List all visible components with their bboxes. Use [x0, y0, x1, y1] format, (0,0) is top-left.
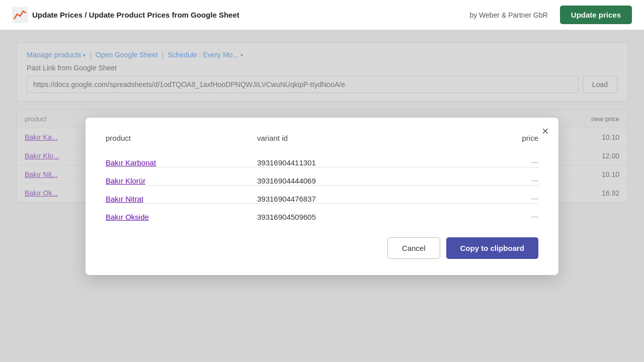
header: Update Prices / Update Product Prices fr… [0, 0, 644, 30]
modal-row-3: Bakır Nitrat 39316904476837 --- [106, 185, 538, 203]
header-left: Update Prices / Update Product Prices fr… [12, 7, 239, 23]
modal-row-4: Bakır Okside 39316904509605 --- [106, 203, 538, 221]
modal-dialog: × product variant id price Bakır Karbona… [86, 118, 558, 275]
breadcrumb: Update Prices / Update Product Prices fr… [32, 11, 239, 19]
modal-product-1: Bakır Karbonat [106, 150, 257, 167]
modal-product-2: Bakır Klorür [106, 167, 257, 185]
update-prices-button[interactable]: Update prices [560, 6, 632, 24]
by-label: by Weber & Partner GbR [469, 11, 547, 19]
modal-table: product variant id price Bakır Karbonat … [106, 134, 538, 221]
modal-variant-2: 39316904444069 [257, 167, 473, 185]
modal-col-variant-header: variant id [257, 134, 473, 150]
copy-to-clipboard-button[interactable]: Copy to clipboard [446, 237, 539, 259]
modal-product-link-3[interactable]: Bakır Nitrat [106, 195, 143, 203]
cancel-button[interactable]: Cancel [387, 237, 440, 259]
modal-product-4: Bakır Okside [106, 203, 257, 221]
modal-row-1: Bakır Karbonat 39316904411301 --- [106, 150, 538, 167]
modal-row-2: Bakır Klorür 39316904444069 --- [106, 167, 538, 185]
header-actions: by Weber & Partner GbR Update prices [469, 6, 632, 24]
modal-variant-4: 39316904509605 [257, 203, 473, 221]
modal-variant-3: 39316904476837 [257, 185, 473, 203]
modal-product-3: Bakır Nitrat [106, 185, 257, 203]
modal-product-link-2[interactable]: Bakır Klorür [106, 176, 145, 185]
modal-col-product-header: product [106, 134, 257, 150]
modal-col-price-header: price [473, 134, 538, 150]
modal-footer: Cancel Copy to clipboard [106, 237, 538, 259]
modal-close-button[interactable]: × [542, 126, 548, 137]
modal-price-1: --- [473, 150, 538, 167]
modal-variant-1: 39316904411301 [257, 150, 473, 167]
chart-icon [12, 7, 28, 23]
modal-product-link-1[interactable]: Bakır Karbonat [106, 158, 156, 167]
main-content: Manage products ▾ | Open Google Sheet | … [0, 30, 644, 362]
modal-overlay: × product variant id price Bakır Karbona… [0, 30, 644, 362]
modal-price-3: --- [473, 185, 538, 203]
modal-product-link-4[interactable]: Bakır Okside [106, 213, 149, 221]
modal-price-4: --- [473, 203, 538, 221]
modal-price-2: --- [473, 167, 538, 185]
